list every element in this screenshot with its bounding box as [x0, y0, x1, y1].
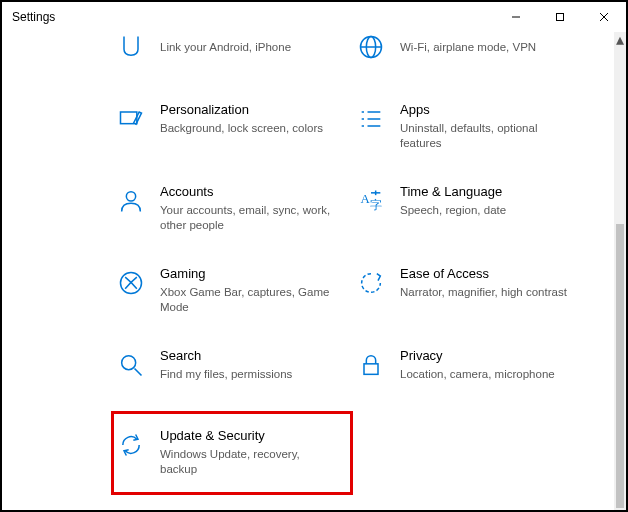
- language-icon: A字: [356, 186, 386, 216]
- tile-update-security[interactable]: Update & Security Windows Update, recove…: [112, 412, 352, 494]
- tile-desc: Xbox Game Bar, captures, Game Mode: [160, 285, 338, 316]
- tile-phone[interactable]: Link your Android, iPhone: [112, 32, 352, 86]
- scrollbar[interactable]: ▴: [614, 32, 626, 510]
- tile-title: Apps: [400, 102, 578, 119]
- svg-point-14: [126, 192, 135, 201]
- tile-desc: Uninstall, defaults, optional features: [400, 121, 578, 152]
- scroll-up-icon[interactable]: ▴: [614, 32, 626, 46]
- tile-desc: Your accounts, email, sync, work, other …: [160, 203, 338, 234]
- window-title: Settings: [12, 10, 55, 24]
- content-area: Link your Android, iPhone Wi-Fi, airplan…: [2, 32, 612, 510]
- tile-desc: Windows Update, recovery, backup: [160, 447, 338, 478]
- sync-icon: [116, 430, 146, 460]
- person-icon: [116, 186, 146, 216]
- tile-desc: Location, camera, microphone: [400, 367, 578, 383]
- tile-time-language[interactable]: A字 Time & Language Speech, region, date: [352, 168, 592, 250]
- tile-title: Privacy: [400, 348, 578, 365]
- ease-icon: [356, 268, 386, 298]
- svg-point-20: [122, 355, 136, 369]
- list-icon: [356, 104, 386, 134]
- tile-network[interactable]: Wi-Fi, airplane mode, VPN: [352, 32, 592, 86]
- tile-desc: Find my files, permissions: [160, 367, 338, 383]
- globe-icon: [356, 32, 386, 62]
- window-buttons: [494, 2, 626, 32]
- search-icon: [116, 350, 146, 380]
- lock-icon: [356, 350, 386, 380]
- svg-text:字: 字: [370, 198, 382, 212]
- tile-apps[interactable]: Apps Uninstall, defaults, optional featu…: [352, 86, 592, 168]
- tile-desc: Background, lock screen, colors: [160, 121, 338, 137]
- tile-title: Time & Language: [400, 184, 578, 201]
- minimize-button[interactable]: [494, 2, 538, 32]
- tile-title: Ease of Access: [400, 266, 578, 283]
- tile-title: Gaming: [160, 266, 338, 283]
- tile-ease-of-access[interactable]: Ease of Access Narrator, magnifier, high…: [352, 250, 592, 332]
- scroll-thumb[interactable]: [616, 224, 624, 508]
- paintbrush-icon: [116, 104, 146, 134]
- tile-personalization[interactable]: Personalization Background, lock screen,…: [112, 86, 352, 168]
- close-button[interactable]: [582, 2, 626, 32]
- tile-title: Accounts: [160, 184, 338, 201]
- maximize-button[interactable]: [538, 2, 582, 32]
- svg-rect-22: [364, 364, 378, 375]
- xbox-icon: [116, 268, 146, 298]
- svg-line-21: [135, 368, 142, 375]
- tile-accounts[interactable]: Accounts Your accounts, email, sync, wor…: [112, 168, 352, 250]
- tile-title: Search: [160, 348, 338, 365]
- titlebar: Settings: [2, 2, 626, 32]
- tile-title: Personalization: [160, 102, 338, 119]
- tile-search[interactable]: Search Find my files, permissions: [112, 332, 352, 412]
- tile-desc: Link your Android, iPhone: [160, 40, 338, 56]
- tile-desc: Narrator, magnifier, high contrast: [400, 285, 578, 301]
- tile-privacy[interactable]: Privacy Location, camera, microphone: [352, 332, 592, 412]
- phone-icon: [116, 32, 146, 62]
- svg-rect-1: [557, 14, 564, 21]
- tile-gaming[interactable]: Gaming Xbox Game Bar, captures, Game Mod…: [112, 250, 352, 332]
- tile-title: Update & Security: [160, 428, 338, 445]
- tile-desc: Speech, region, date: [400, 203, 578, 219]
- settings-grid: Link your Android, iPhone Wi-Fi, airplan…: [2, 32, 612, 494]
- tile-desc: Wi-Fi, airplane mode, VPN: [400, 40, 578, 56]
